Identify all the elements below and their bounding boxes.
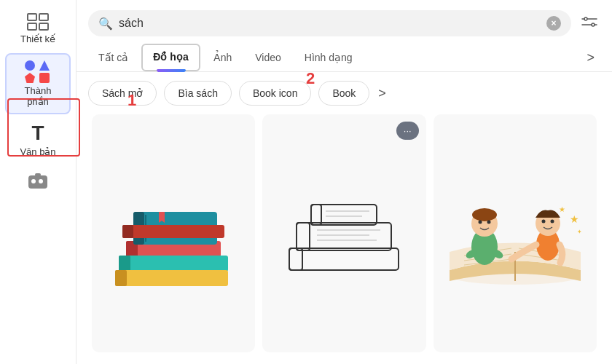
sidebar-item-label-van-ban: Văn bản [20, 146, 55, 157]
kids-reading-illustration: ★ ★ ✦ [435, 168, 595, 299]
svg-rect-22 [297, 223, 391, 250]
sidebar-item-van-ban[interactable]: T Văn bản [5, 117, 71, 163]
sidebar-item-label-thiet-ke: Thiết kế [20, 33, 55, 44]
main-panel: 🔍 × 2 1 Tất c [76, 0, 612, 364]
chip-book-icon[interactable]: Book icon [239, 81, 311, 106]
svg-rect-21 [289, 248, 302, 270]
svg-point-42 [487, 220, 490, 223]
results-grid: ··· [76, 114, 612, 364]
tabs-bar: 1 Tất cả Đồ họa Ảnh Video Hình dạng > [76, 44, 612, 72]
layout-icon [27, 13, 49, 31]
tab-do-hoa-wrap: Đồ họa [141, 44, 200, 71]
square-shape [39, 73, 50, 83]
svg-rect-23 [297, 223, 310, 250]
search-input-wrap[interactable]: 🔍 × [88, 10, 571, 36]
sidebar: Thiết kế Thành phần T Văn bản [0, 0, 76, 364]
chip-bia-sach[interactable]: Bìa sách [164, 81, 231, 106]
chip-book[interactable]: Book [318, 81, 369, 106]
search-bar: 🔍 × [76, 0, 612, 44]
svg-text:✦: ✦ [577, 229, 582, 235]
svg-text:★: ★ [559, 205, 565, 213]
svg-point-47 [541, 219, 545, 223]
search-input[interactable] [119, 17, 541, 30]
chip-sach-mo[interactable]: Sách mở [88, 81, 157, 106]
triangle-shape [39, 60, 50, 71]
result-card-1[interactable] [92, 114, 255, 352]
svg-point-41 [478, 220, 482, 223]
tab-do-hoa[interactable]: Đồ họa [141, 44, 200, 71]
result-card-3[interactable]: ★ ★ ✦ [434, 114, 597, 352]
chips-more-button[interactable]: > [377, 83, 388, 104]
pentagon-shape [25, 73, 35, 83]
sidebar-item-thanh-phan[interactable]: Thành phần [5, 53, 71, 114]
svg-point-48 [550, 219, 554, 223]
tab-anh[interactable]: Ảnh [203, 46, 243, 69]
chips-row: Sách mở Bìa sách Book icon Book > [76, 72, 612, 114]
tab-video[interactable]: Video [245, 46, 291, 69]
svg-rect-12 [115, 270, 228, 286]
svg-text:★: ★ [570, 213, 579, 225]
tab-hinh-dang[interactable]: Hình dạng [294, 46, 363, 69]
sidebar-item-other[interactable] [5, 166, 71, 201]
sidebar-item-label-thanh-phan: Thành phần [14, 85, 62, 107]
result-card-2[interactable]: ··· [262, 114, 425, 352]
robot-icon [26, 172, 50, 192]
component-icon [25, 60, 51, 82]
svg-rect-13 [115, 270, 127, 286]
circle-shape [25, 60, 35, 71]
clear-button[interactable]: × [546, 16, 561, 31]
svg-rect-28 [311, 205, 321, 225]
filter-icon [581, 14, 597, 30]
svg-rect-10 [119, 256, 228, 272]
filter-button[interactable] [578, 11, 600, 36]
sidebar-item-thiet-ke[interactable]: Thiết kế [5, 7, 71, 50]
more-overlay-button[interactable]: ··· [396, 122, 419, 140]
svg-rect-18 [122, 225, 224, 238]
tab-active-underline [157, 70, 185, 72]
books-stack-illustration [104, 175, 243, 292]
svg-point-40 [472, 208, 497, 221]
svg-rect-20 [289, 248, 399, 270]
tab-tat-ca[interactable]: Tất cả [88, 46, 138, 69]
tabs-more-button[interactable]: > [581, 46, 600, 70]
text-icon: T [31, 123, 44, 143]
svg-rect-19 [122, 225, 133, 238]
books-outline-illustration [275, 175, 413, 292]
svg-rect-11 [119, 256, 130, 272]
search-icon: 🔍 [98, 17, 113, 31]
